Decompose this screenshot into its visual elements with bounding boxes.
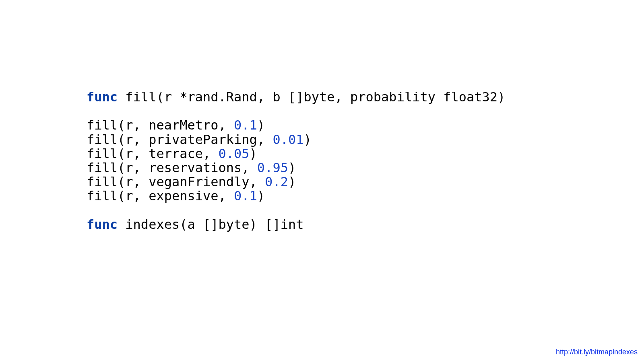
call-reservations-pre: fill(r, reservations, <box>87 160 257 175</box>
code-block: func fill(r *rand.Rand, b []byte, probab… <box>87 90 505 232</box>
keyword-func: func <box>87 89 118 105</box>
call-terrace-num: 0.05 <box>219 146 250 161</box>
slide: func fill(r *rand.Rand, b []byte, probab… <box>0 0 644 362</box>
call-private-parking-num: 0.01 <box>272 132 303 147</box>
call-near-metro-post: ) <box>257 117 265 133</box>
call-vegan-friendly-pre: fill(r, veganFriendly, <box>87 174 265 189</box>
call-private-parking-pre: fill(r, privateParking, <box>87 132 272 147</box>
call-vegan-friendly-num: 0.2 <box>265 174 288 189</box>
call-reservations-num: 0.95 <box>257 160 288 175</box>
footer-link[interactable]: http://bit.ly/bitmapindexes <box>556 348 638 356</box>
call-terrace-post: ) <box>250 146 257 161</box>
call-expensive-pre: fill(r, expensive, <box>87 188 234 204</box>
func-fill-signature: fill(r *rand.Rand, b []byte, probability… <box>118 89 505 105</box>
call-private-parking-post: ) <box>303 132 311 147</box>
call-near-metro-num: 0.1 <box>234 117 257 133</box>
call-reservations-post: ) <box>288 160 296 175</box>
func-indexes-signature: indexes(a []byte) []int <box>118 217 303 232</box>
call-near-metro-pre: fill(r, nearMetro, <box>87 117 234 133</box>
call-terrace-pre: fill(r, terrace, <box>87 146 219 161</box>
call-expensive-post: ) <box>257 188 265 204</box>
call-expensive-num: 0.1 <box>234 188 257 204</box>
call-vegan-friendly-post: ) <box>288 174 296 189</box>
keyword-func-2: func <box>87 217 118 232</box>
